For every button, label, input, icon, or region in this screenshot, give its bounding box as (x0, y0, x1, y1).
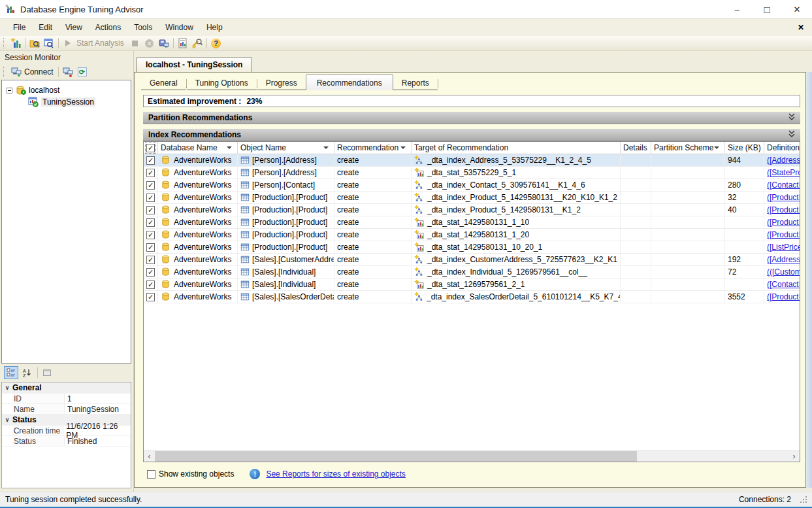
expand-chevron-icon[interactable] (788, 113, 795, 123)
definition-link[interactable]: ([ProductID (767, 205, 800, 214)
definition-link[interactable]: ([AddressID (767, 156, 800, 165)
row-checkbox[interactable]: ✓ (146, 231, 155, 239)
horizontal-scrollbar[interactable]: ‹ › (144, 450, 800, 462)
property-row-creation-time[interactable]: Creation time 11/6/2016 1:26 PM (2, 426, 131, 436)
table-row[interactable]: ✓ AdventureWorks [Sales].[CustomerAddres… (144, 254, 800, 266)
import-workload-button[interactable] (42, 37, 56, 50)
table-row[interactable]: ✓ AdventureWorks [Production].[Product] … (144, 192, 800, 204)
table-row[interactable]: ✓ AdventureWorks [Sales].[Individual] cr… (144, 279, 800, 291)
menu-help[interactable]: Help (200, 20, 229, 35)
definition-link[interactable]: ([ContactID (767, 280, 800, 289)
select-all-checkbox[interactable]: ✓ (146, 144, 155, 152)
scrollbar-track[interactable] (637, 451, 788, 462)
start-analysis-label[interactable]: Start Analysis (76, 39, 124, 48)
column-header-database-name[interactable]: Database Name (158, 142, 238, 154)
menu-window[interactable]: Window (159, 20, 200, 35)
new-session-button[interactable] (8, 37, 23, 50)
property-pages-button[interactable] (40, 366, 54, 379)
cancel-button[interactable]: x (142, 37, 157, 50)
menu-edit[interactable]: Edit (32, 20, 59, 35)
close-button[interactable]: ✕ (782, 0, 812, 18)
table-row[interactable]: ✓ AdventureWorks [Production].[Product] … (144, 229, 800, 241)
alphabetical-sort-button[interactable]: AZ (20, 366, 34, 379)
definition-link[interactable]: ([ListPrice], (767, 243, 800, 252)
row-checkbox[interactable]: ✓ (146, 194, 155, 202)
row-checkbox[interactable]: ✓ (146, 206, 155, 214)
table-row[interactable]: ✓ AdventureWorks [Production].[Product] … (144, 216, 800, 229)
property-row-id[interactable]: ID 1 (2, 394, 131, 404)
select-all-column-header[interactable]: ✓ (144, 142, 158, 154)
reports-button[interactable] (176, 37, 190, 50)
connect-button[interactable]: Connect (8, 66, 56, 78)
definition-link[interactable]: ([ProductID (767, 230, 800, 239)
disconnect-button[interactable] (61, 65, 75, 78)
tuning-options-button[interactable] (190, 37, 204, 50)
toolbar-grip[interactable] (3, 38, 7, 48)
row-checkbox[interactable]: ✓ (146, 218, 155, 227)
row-checkbox[interactable]: ✓ (146, 169, 155, 177)
apply-recommendations-button[interactable] (157, 37, 171, 50)
tree-node-localhost[interactable]: localhost (2, 84, 131, 96)
property-category-general[interactable]: ∨ General (2, 382, 131, 394)
row-checkbox[interactable]: ✓ (146, 156, 155, 165)
row-checkbox[interactable]: ✓ (146, 243, 155, 252)
definition-link[interactable]: ([ContactID (767, 180, 800, 190)
definition-link[interactable]: ([AddressID (767, 255, 800, 264)
resize-grip[interactable] (800, 496, 807, 503)
help-button[interactable]: ? (209, 37, 223, 50)
document-tab[interactable]: localhost - TuningSession (136, 57, 252, 72)
minimize-button[interactable]: – (722, 0, 752, 18)
document-close-icon[interactable]: ✕ (798, 23, 804, 32)
scroll-right-button[interactable]: › (788, 451, 800, 462)
row-checkbox[interactable]: ✓ (146, 293, 155, 301)
chevron-down-icon[interactable]: ∨ (2, 416, 12, 423)
definition-link[interactable]: ([StateProvi (767, 168, 800, 177)
definition-link[interactable]: ([ProductID (767, 292, 800, 301)
column-header-recommendation[interactable]: Recommendation (334, 142, 412, 154)
partition-recommendations-header[interactable]: Partition Recommendations (143, 112, 800, 124)
column-header-details[interactable]: Details (621, 142, 651, 154)
table-row[interactable]: ✓ AdventureWorks [Production].[Product] … (144, 204, 800, 216)
menu-view[interactable]: View (59, 20, 89, 35)
stop-analysis-button[interactable] (128, 37, 142, 50)
column-header-size-kb[interactable]: Size (KB) (725, 142, 764, 154)
see-reports-link[interactable]: See Reports for sizes of existing object… (266, 469, 405, 479)
sort-arrow-icon[interactable] (323, 146, 329, 149)
table-row[interactable]: ✓ AdventureWorks [Production].[Product] … (144, 241, 800, 254)
expand-chevron-icon[interactable] (788, 130, 795, 140)
row-checkbox[interactable]: ✓ (146, 256, 155, 264)
tab-reports[interactable]: Reports (393, 76, 438, 90)
tab-general[interactable]: General (141, 76, 186, 90)
maximize-button[interactable]: □ (752, 0, 782, 18)
sort-arrow-icon[interactable] (714, 146, 719, 149)
row-checkbox[interactable]: ✓ (146, 181, 155, 190)
sort-arrow-icon[interactable] (400, 146, 406, 149)
menu-file[interactable]: File (7, 20, 32, 35)
table-row[interactable]: ✓ AdventureWorks [Sales].[Individual] cr… (144, 266, 800, 279)
column-header-target[interactable]: Target of Recommendation (412, 142, 621, 154)
column-header-definition[interactable]: Definition (764, 142, 800, 154)
open-session-button[interactable] (27, 37, 42, 50)
scrollbar-thumb[interactable] (155, 451, 637, 462)
column-header-partition-scheme[interactable]: Partition Scheme (651, 142, 725, 154)
start-analysis-button[interactable] (61, 37, 75, 50)
property-row-name[interactable]: Name TuningSession (2, 404, 131, 415)
table-row[interactable]: ✓ AdventureWorks [Sales].[SalesOrderDeta… (144, 291, 800, 303)
table-row[interactable]: ✓ AdventureWorks [Person].[Address] crea… (144, 167, 800, 179)
toolbar-grip[interactable] (3, 67, 7, 77)
table-row[interactable]: ✓ AdventureWorks [Person].[Address] crea… (144, 154, 800, 167)
show-existing-objects-checkbox[interactable] (147, 470, 155, 479)
collapse-icon[interactable] (7, 88, 12, 93)
column-header-object-name[interactable]: Object Name (238, 142, 334, 154)
row-checkbox[interactable]: ✓ (146, 280, 155, 289)
refresh-button[interactable]: ⟳ (75, 65, 89, 78)
tab-tuning-options[interactable]: Tuning Options (187, 76, 257, 90)
index-recommendations-header[interactable]: Index Recommendations (143, 129, 800, 141)
sort-arrow-icon[interactable] (227, 146, 232, 149)
definition-link[interactable]: ([ProductMo (767, 193, 800, 202)
definition-link[interactable]: ([ProductID (767, 218, 800, 227)
menu-actions[interactable]: Actions (89, 20, 127, 35)
chevron-down-icon[interactable]: ∨ (2, 384, 12, 391)
tab-recommendations[interactable]: Recommendations (306, 75, 393, 90)
table-row[interactable]: ✓ AdventureWorks [Person].[Contact] crea… (144, 179, 800, 192)
